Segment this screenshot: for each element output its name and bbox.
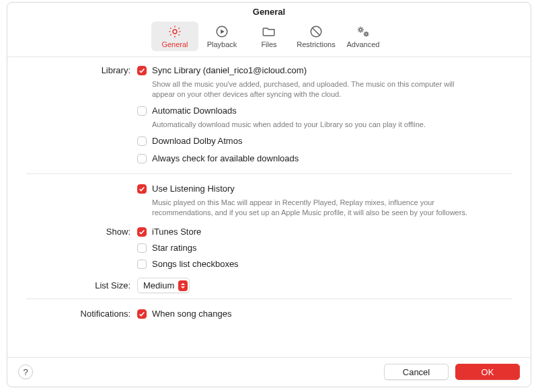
tab-advanced[interactable]: Advanced [340, 22, 387, 51]
svg-point-0 [173, 30, 177, 34]
gears-icon [355, 24, 371, 39]
library-label: Library: [26, 64, 137, 75]
tab-label: Advanced [347, 40, 380, 48]
footer: ? Cancel OK [7, 357, 531, 387]
svg-point-3 [359, 28, 362, 31]
sync-library-description: Show all the music you've added, purchas… [152, 79, 475, 100]
when-song-changes-checkbox[interactable] [137, 309, 147, 319]
content-area: Library: Sync Library (daniel_rico1@iclo… [7, 57, 531, 357]
automatic-downloads-checkbox[interactable] [137, 106, 147, 116]
play-circle-icon [215, 24, 229, 39]
automatic-downloads-description: Automatically download music when added … [152, 120, 475, 130]
list-size-select[interactable]: Medium [137, 278, 190, 293]
star-ratings-checkbox[interactable] [137, 243, 147, 253]
gear-icon [167, 24, 182, 39]
songs-list-checkboxes-label: Songs list checkboxes [152, 258, 239, 271]
tab-playback[interactable]: Playback [198, 22, 245, 51]
when-song-changes-label: When song changes [152, 307, 232, 321]
ok-button[interactable]: OK [455, 364, 520, 380]
tab-general[interactable]: General [151, 22, 198, 51]
preferences-window: General General Playback Files Restricti… [7, 2, 531, 387]
notifications-label: Notifications: [26, 307, 137, 319]
check-available-downloads-label: Always check for available downloads [152, 152, 299, 165]
help-button[interactable]: ? [18, 364, 33, 379]
list-size-value: Medium [143, 280, 174, 290]
folder-icon [262, 24, 276, 39]
check-available-downloads-checkbox[interactable] [137, 154, 147, 163]
use-listening-history-checkbox[interactable] [137, 184, 147, 194]
tab-label: General [161, 40, 188, 48]
prohibit-icon [309, 24, 323, 39]
tab-files[interactable]: Files [245, 22, 293, 51]
download-dolby-atmos-label: Download Dolby Atmos [152, 134, 242, 148]
chevron-up-down-icon [178, 280, 188, 291]
download-dolby-atmos-checkbox[interactable] [137, 136, 147, 146]
window-title: General [7, 3, 531, 19]
tab-label: Restrictions [297, 40, 335, 48]
sync-library-label: Sync Library (daniel_rico1@icloud.com) [152, 64, 307, 77]
prefs-toolbar: General Playback Files Restrictions Adva… [7, 19, 531, 57]
cancel-button[interactable]: Cancel [384, 364, 449, 380]
songs-list-checkboxes-checkbox[interactable] [137, 260, 147, 269]
itunes-store-checkbox[interactable] [137, 227, 147, 237]
tab-restrictions[interactable]: Restrictions [293, 22, 340, 51]
tab-label: Playback [207, 40, 237, 48]
use-listening-history-label: Use Listening History [152, 182, 235, 196]
divider [26, 173, 512, 174]
show-label: Show: [26, 225, 137, 237]
svg-point-4 [365, 33, 368, 36]
automatic-downloads-label: Automatic Downloads [152, 104, 237, 118]
itunes-store-label: iTunes Store [152, 225, 201, 239]
star-ratings-label: Star ratings [152, 241, 196, 255]
tab-label: Files [261, 40, 276, 48]
sync-library-checkbox[interactable] [137, 66, 147, 75]
divider [26, 299, 512, 299]
use-listening-history-description: Music played on this Mac will appear in … [152, 198, 475, 218]
list-size-label: List Size: [26, 280, 137, 290]
